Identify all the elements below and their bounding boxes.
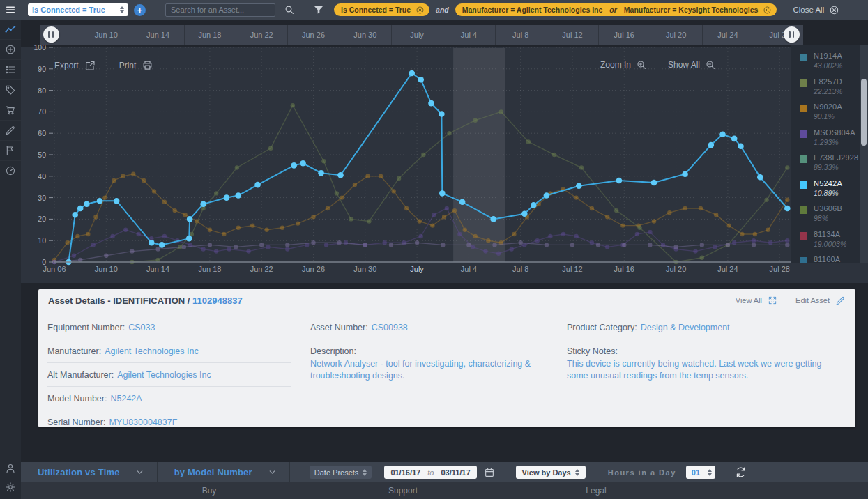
search-icon[interactable] xyxy=(284,4,295,15)
legend-item-N5242A[interactable]: N5242A10.89% xyxy=(791,173,860,199)
x-axis-tick: Jul 24 xyxy=(717,265,738,273)
print-icon xyxy=(136,59,153,71)
legend-item-81134A[interactable]: 81134A19.0003% xyxy=(791,224,860,250)
print-button[interactable]: Print xyxy=(119,59,154,71)
timeline-label: Jul 8 xyxy=(512,25,528,45)
field-value: MYU830004837F xyxy=(109,417,177,427)
filter-tag-manufacturer[interactable]: Manufacturer = Agilent Technologies Inc … xyxy=(455,3,777,16)
timeline-right-handle[interactable] xyxy=(784,26,800,43)
legend-model: E738FJ2928 xyxy=(814,153,858,162)
select-arrows-icon xyxy=(575,469,579,476)
utilization-chart[interactable]: Export Print Zoom In Show All 0102030405… xyxy=(21,47,868,283)
field-value: Design & Development xyxy=(641,323,730,332)
scrollbar-thumb[interactable] xyxy=(861,79,867,146)
legend-item-MSOS804A[interactable]: MSOS804A1.293% xyxy=(791,122,860,148)
search-input[interactable] xyxy=(165,3,275,17)
filter-tag-connected[interactable]: Is Connected = True xyxy=(334,3,429,16)
footer-link-support[interactable]: Support xyxy=(388,482,418,499)
timeline-separator xyxy=(340,25,340,45)
timeline-left-handle[interactable] xyxy=(43,26,59,43)
sidebar-item-edit[interactable] xyxy=(0,121,21,141)
asset-id-link[interactable]: 1102948837 xyxy=(192,295,243,306)
edit-asset-button[interactable]: Edit Asset xyxy=(795,295,846,306)
x-axis-tick: Jul 28 xyxy=(770,265,790,273)
legend-percent: 19.0003% xyxy=(814,240,846,248)
sidebar-item-flag[interactable] xyxy=(0,141,21,161)
timeline-track[interactable]: Jun 10Jun 14Jun 18Jun 22Jun 26Jun 30July… xyxy=(40,25,803,45)
select-arrows-icon xyxy=(120,6,124,13)
footer-link-legal[interactable]: Legal xyxy=(586,482,606,499)
x-axis-tick: Jul 12 xyxy=(562,265,582,273)
saved-filter-select[interactable]: Is Connected = True xyxy=(28,3,128,16)
sidebar-item-clock[interactable] xyxy=(0,161,21,181)
filter-tag-text: Is Connected = True xyxy=(341,6,411,14)
filter-funnel-icon[interactable] xyxy=(313,4,324,15)
view-type-selector[interactable]: Utilization vs Time xyxy=(21,462,158,482)
chart-plot-area[interactable]: 0102030405060708090100Jun 06Jun 10Jun 14… xyxy=(21,47,868,283)
left-sidebar xyxy=(0,20,21,499)
show-all-button[interactable]: Show All xyxy=(668,59,716,70)
legend-model: N1914A xyxy=(814,52,842,60)
legend-model: 81160A xyxy=(814,255,840,263)
refresh-icon[interactable] xyxy=(735,466,747,478)
menu-button[interactable] xyxy=(0,0,21,20)
close-all-button[interactable]: Close All xyxy=(793,5,839,15)
remove-tag-icon[interactable] xyxy=(763,6,772,15)
y-axis-tick: 80 xyxy=(29,86,46,95)
x-axis-tick: Jun 30 xyxy=(353,265,376,273)
hours-value: 01 xyxy=(692,468,700,477)
field-sticky-notes-label: Sticky Notes: xyxy=(567,339,840,356)
field-value: CS00938 xyxy=(372,323,408,332)
legend-item-81160A[interactable]: 81160A xyxy=(791,249,860,263)
legend-item-U3606B[interactable]: U3606B98% xyxy=(791,198,860,224)
date-presets-label: Date Presets xyxy=(314,468,359,477)
remove-tag-icon[interactable] xyxy=(416,6,425,15)
group-by-selector[interactable]: by Model Number xyxy=(158,462,290,482)
legend-percent: 90.1% xyxy=(814,112,842,121)
zoom-selection-band[interactable] xyxy=(453,48,505,262)
asset-details-column-3: Product Category:Design & Development St… xyxy=(567,316,840,382)
sidebar-item-list[interactable] xyxy=(0,60,21,80)
date-range-input[interactable]: 01/16/17 to 03/11/17 xyxy=(384,466,476,479)
sidebar-item-profile[interactable] xyxy=(0,459,21,477)
view-all-button[interactable]: View All xyxy=(736,295,777,305)
close-all-icon xyxy=(829,5,839,15)
clock-icon xyxy=(5,165,16,176)
legend-item-N9020A[interactable]: N9020A90.1% xyxy=(791,96,860,122)
x-axis-tick: Jun 10 xyxy=(95,265,118,273)
sidebar-item-add[interactable] xyxy=(0,40,21,60)
add-filter-button[interactable]: + xyxy=(134,4,146,16)
footer-link-buy[interactable]: Buy xyxy=(202,482,217,499)
sidebar-item-utilization-chart[interactable] xyxy=(0,20,21,40)
panel-title: Asset Details - IDENTIFICATION / 1102948… xyxy=(48,295,243,306)
sidebar-item-settings[interactable] xyxy=(0,477,21,496)
field-value: Agilent Technologies Inc xyxy=(105,346,199,356)
sidebar-item-tags[interactable] xyxy=(0,80,21,100)
x-axis-tick: Jul 16 xyxy=(614,265,634,273)
hours-in-day-select[interactable]: 01 xyxy=(686,466,715,479)
legend-scrollbar[interactable] xyxy=(860,45,868,263)
sidebar-item-cart[interactable] xyxy=(0,100,21,121)
chevron-down-icon xyxy=(252,468,277,477)
list-icon xyxy=(5,64,16,75)
x-axis-tick: Jun 14 xyxy=(146,265,169,273)
legend-item-E738FJ2928[interactable]: E738FJ292889.33% xyxy=(791,147,860,173)
legend-swatch xyxy=(800,232,807,240)
timeline-separator xyxy=(184,25,185,45)
field-product-category: Product Category:Design & Development xyxy=(567,316,840,339)
calendar-icon[interactable] xyxy=(484,467,495,478)
zoom-in-button[interactable]: Zoom In xyxy=(600,59,647,70)
view-all-label: View All xyxy=(736,296,762,305)
field-asset-number: Asset Number:CS00938 xyxy=(310,316,546,339)
date-presets-select[interactable]: Date Presets xyxy=(310,466,372,479)
legend-swatch xyxy=(800,105,807,112)
legend-item-E8257D[interactable]: E8257D22.213% xyxy=(791,71,860,97)
legend-item-N1914A[interactable]: N1914A43.002% xyxy=(791,45,860,71)
export-button[interactable]: Export xyxy=(54,60,96,71)
legend-model: N9020A xyxy=(814,102,842,111)
timeline-label: Jul 20 xyxy=(666,25,686,45)
pencil-icon xyxy=(5,125,16,136)
view-by-select[interactable]: View by Days xyxy=(516,466,586,479)
x-axis-tick: Jul 8 xyxy=(512,265,528,273)
chart-toolbar: Export Print xyxy=(54,59,177,71)
